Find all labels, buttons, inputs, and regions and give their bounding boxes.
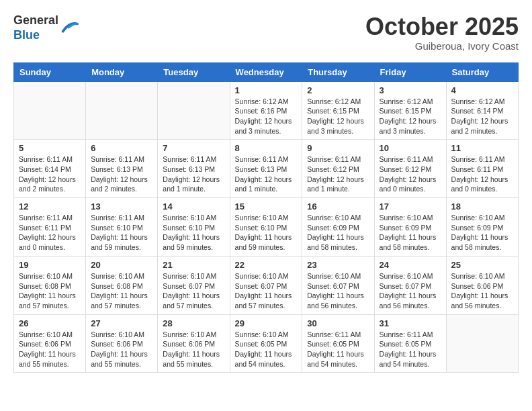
- day-number: 4: [451, 85, 513, 95]
- day-info: Sunrise: 6:12 AMSunset: 6:16 PMDaylight:…: [235, 97, 298, 136]
- calendar-week-5: 26Sunrise: 6:10 AMSunset: 6:06 PMDayligh…: [14, 314, 519, 373]
- calendar-cell: 1Sunrise: 6:12 AMSunset: 6:16 PMDaylight…: [230, 81, 302, 140]
- logo-blue: Blue: [13, 28, 40, 42]
- day-number: 5: [19, 143, 81, 153]
- calendar-cell: 2Sunrise: 6:12 AMSunset: 6:15 PMDaylight…: [302, 81, 374, 140]
- day-number: 27: [91, 318, 152, 328]
- day-number: 22: [235, 260, 298, 270]
- calendar-week-2: 5Sunrise: 6:11 AMSunset: 6:14 PMDaylight…: [14, 140, 519, 198]
- day-info: Sunrise: 6:10 AMSunset: 6:06 PMDaylight:…: [91, 330, 152, 369]
- calendar-cell: 12Sunrise: 6:11 AMSunset: 6:11 PMDayligh…: [14, 198, 86, 257]
- day-info: Sunrise: 6:11 AMSunset: 6:13 PMDaylight:…: [235, 154, 298, 194]
- weekday-header-wednesday: Wednesday: [230, 62, 302, 81]
- day-number: 30: [307, 318, 369, 328]
- day-info: Sunrise: 6:10 AMSunset: 6:08 PMDaylight:…: [91, 271, 152, 311]
- calendar-cell: 29Sunrise: 6:10 AMSunset: 6:05 PMDayligh…: [230, 314, 302, 373]
- day-number: 31: [380, 318, 441, 328]
- day-number: 18: [451, 201, 513, 212]
- calendar-cell: 30Sunrise: 6:11 AMSunset: 6:05 PMDayligh…: [302, 314, 374, 373]
- calendar-cell: 20Sunrise: 6:10 AMSunset: 6:08 PMDayligh…: [86, 256, 158, 314]
- day-info: Sunrise: 6:10 AMSunset: 6:07 PMDaylight:…: [380, 271, 441, 311]
- day-number: 23: [307, 260, 369, 270]
- day-number: 16: [307, 201, 369, 212]
- calendar-cell: 8Sunrise: 6:11 AMSunset: 6:13 PMDaylight…: [230, 140, 302, 198]
- calendar-cell: 28Sunrise: 6:10 AMSunset: 6:06 PMDayligh…: [158, 314, 230, 373]
- calendar-cell: 14Sunrise: 6:10 AMSunset: 6:10 PMDayligh…: [158, 198, 230, 257]
- day-number: 13: [91, 201, 152, 212]
- day-number: 15: [235, 201, 298, 212]
- day-number: 14: [163, 201, 224, 212]
- calendar-table: SundayMondayTuesdayWednesdayThursdayFrid…: [13, 62, 519, 373]
- calendar-cell: 25Sunrise: 6:10 AMSunset: 6:06 PMDayligh…: [446, 256, 518, 314]
- day-info: Sunrise: 6:11 AMSunset: 6:05 PMDaylight:…: [307, 330, 369, 369]
- day-info: Sunrise: 6:11 AMSunset: 6:14 PMDaylight:…: [19, 154, 81, 194]
- day-number: 2: [307, 85, 369, 95]
- calendar-cell: 21Sunrise: 6:10 AMSunset: 6:07 PMDayligh…: [158, 256, 230, 314]
- title-block: October 2025 Guiberoua, Ivory Coast: [365, 13, 519, 52]
- day-info: Sunrise: 6:10 AMSunset: 6:05 PMDaylight:…: [235, 330, 298, 369]
- day-info: Sunrise: 6:10 AMSunset: 6:09 PMDaylight:…: [451, 213, 513, 253]
- day-number: 20: [91, 260, 152, 270]
- day-number: 21: [163, 260, 224, 270]
- day-number: 19: [19, 260, 81, 270]
- calendar-cell: [158, 81, 230, 140]
- day-number: 17: [380, 201, 441, 212]
- day-number: 26: [19, 318, 81, 328]
- day-info: Sunrise: 6:12 AMSunset: 6:15 PMDaylight:…: [307, 97, 369, 136]
- calendar-cell: [86, 81, 158, 140]
- day-number: 9: [307, 143, 369, 153]
- calendar-cell: 11Sunrise: 6:11 AMSunset: 6:11 PMDayligh…: [446, 140, 518, 198]
- day-info: Sunrise: 6:11 AMSunset: 6:10 PMDaylight:…: [91, 213, 152, 253]
- weekday-header-thursday: Thursday: [302, 62, 374, 81]
- page-header: General Blue October 2025 Guiberoua, Ivo…: [13, 13, 519, 52]
- calendar-cell: 31Sunrise: 6:11 AMSunset: 6:05 PMDayligh…: [374, 314, 446, 373]
- day-info: Sunrise: 6:10 AMSunset: 6:10 PMDaylight:…: [163, 213, 224, 253]
- day-info: Sunrise: 6:10 AMSunset: 6:09 PMDaylight:…: [380, 213, 441, 253]
- calendar-cell: 17Sunrise: 6:10 AMSunset: 6:09 PMDayligh…: [374, 198, 446, 257]
- calendar-cell: 10Sunrise: 6:11 AMSunset: 6:12 PMDayligh…: [374, 140, 446, 198]
- calendar-cell: 6Sunrise: 6:11 AMSunset: 6:13 PMDaylight…: [86, 140, 158, 198]
- day-number: 6: [91, 143, 152, 153]
- day-info: Sunrise: 6:11 AMSunset: 6:11 PMDaylight:…: [451, 154, 513, 194]
- day-number: 28: [163, 318, 224, 328]
- logo-general: General: [13, 13, 58, 27]
- day-number: 25: [451, 260, 513, 270]
- location: Guiberoua, Ivory Coast: [365, 40, 519, 52]
- day-info: Sunrise: 6:11 AMSunset: 6:11 PMDaylight:…: [19, 213, 81, 253]
- day-number: 11: [451, 143, 513, 153]
- weekday-header-monday: Monday: [86, 62, 158, 81]
- calendar-week-4: 19Sunrise: 6:10 AMSunset: 6:08 PMDayligh…: [14, 256, 519, 314]
- month-title: October 2025: [365, 13, 519, 40]
- weekday-header-row: SundayMondayTuesdayWednesdayThursdayFrid…: [14, 62, 519, 81]
- day-info: Sunrise: 6:12 AMSunset: 6:15 PMDaylight:…: [380, 97, 441, 136]
- day-info: Sunrise: 6:11 AMSunset: 6:12 PMDaylight:…: [380, 154, 441, 194]
- calendar-cell: 19Sunrise: 6:10 AMSunset: 6:08 PMDayligh…: [14, 256, 86, 314]
- weekday-header-saturday: Saturday: [446, 62, 518, 81]
- calendar-cell: 22Sunrise: 6:10 AMSunset: 6:07 PMDayligh…: [230, 256, 302, 314]
- day-info: Sunrise: 6:11 AMSunset: 6:05 PMDaylight:…: [380, 330, 441, 369]
- day-info: Sunrise: 6:10 AMSunset: 6:06 PMDaylight:…: [163, 330, 224, 369]
- calendar-cell: [14, 81, 86, 140]
- logo: General Blue: [13, 13, 79, 42]
- day-number: 12: [19, 201, 81, 212]
- calendar-cell: 23Sunrise: 6:10 AMSunset: 6:07 PMDayligh…: [302, 256, 374, 314]
- calendar-cell: 27Sunrise: 6:10 AMSunset: 6:06 PMDayligh…: [86, 314, 158, 373]
- weekday-header-tuesday: Tuesday: [158, 62, 230, 81]
- calendar-cell: 5Sunrise: 6:11 AMSunset: 6:14 PMDaylight…: [14, 140, 86, 198]
- day-number: 1: [235, 85, 298, 95]
- weekday-header-sunday: Sunday: [14, 62, 86, 81]
- weekday-header-friday: Friday: [374, 62, 446, 81]
- calendar-cell: 15Sunrise: 6:10 AMSunset: 6:10 PMDayligh…: [230, 198, 302, 257]
- calendar-cell: 7Sunrise: 6:11 AMSunset: 6:13 PMDaylight…: [158, 140, 230, 198]
- calendar-cell: 24Sunrise: 6:10 AMSunset: 6:07 PMDayligh…: [374, 256, 446, 314]
- day-info: Sunrise: 6:10 AMSunset: 6:10 PMDaylight:…: [235, 213, 298, 253]
- day-info: Sunrise: 6:11 AMSunset: 6:12 PMDaylight:…: [307, 154, 369, 194]
- day-number: 10: [380, 143, 441, 153]
- day-number: 7: [163, 143, 224, 153]
- calendar-cell: 4Sunrise: 6:12 AMSunset: 6:14 PMDaylight…: [446, 81, 518, 140]
- day-number: 3: [380, 85, 441, 95]
- calendar-week-1: 1Sunrise: 6:12 AMSunset: 6:16 PMDaylight…: [14, 81, 519, 140]
- calendar-cell: 26Sunrise: 6:10 AMSunset: 6:06 PMDayligh…: [14, 314, 86, 373]
- day-info: Sunrise: 6:10 AMSunset: 6:07 PMDaylight:…: [307, 271, 369, 311]
- calendar-cell: 3Sunrise: 6:12 AMSunset: 6:15 PMDaylight…: [374, 81, 446, 140]
